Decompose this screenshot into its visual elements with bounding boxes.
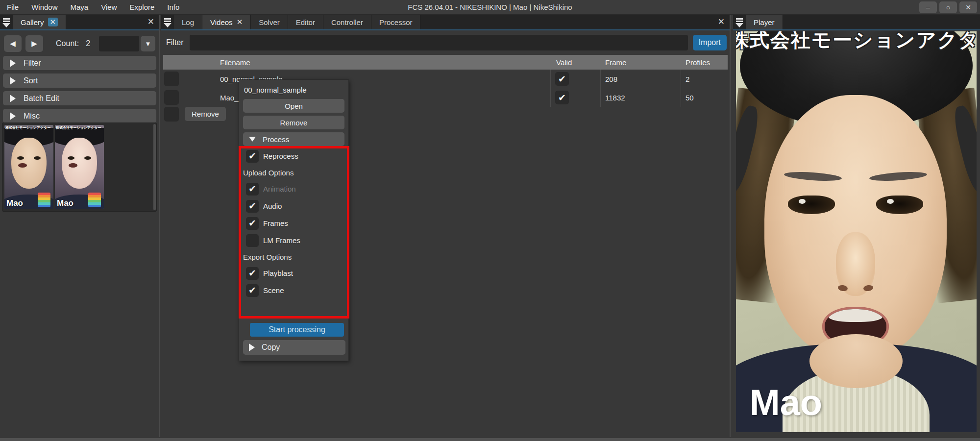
section-batch-edit[interactable]: Batch Edit	[3, 91, 156, 105]
remove-button[interactable]: Remove	[243, 116, 344, 129]
dock-menu-icon[interactable]	[161, 15, 174, 29]
reprocess-option[interactable]: ✔ Reprocess	[243, 149, 344, 163]
section-filter[interactable]: Filter	[3, 56, 156, 70]
checkbox-checked-icon[interactable]: ✔	[246, 150, 259, 163]
tab-gallery[interactable]: Gallery ✕	[13, 15, 66, 29]
videos-tabbar: Log Videos ✕ Solver Editor Controller Pr…	[161, 15, 730, 30]
menu-file[interactable]: File	[7, 3, 19, 11]
checkbox-checked-icon[interactable]: ✔	[246, 200, 259, 213]
scene-option[interactable]: ✔ Scene	[243, 284, 344, 297]
process-section-header[interactable]: Process	[243, 132, 344, 146]
menu-explore[interactable]: Explore	[129, 3, 154, 11]
tab-controller-label: Controller	[331, 18, 363, 26]
checkbox-checked-icon[interactable]: ✔	[246, 284, 259, 297]
mouth-graphic	[69, 163, 77, 168]
eye-graphic	[17, 156, 24, 160]
thumbnail-area: 株式会社モーションアクター Mao 株式会社モーションアクター Mao	[2, 122, 157, 212]
minimize-button[interactable]: –	[919, 1, 937, 13]
face-graphic	[11, 138, 47, 189]
face-graphic	[62, 138, 97, 189]
tab-videos[interactable]: Videos ✕	[202, 15, 251, 29]
videos-panel-close-icon[interactable]: ✕	[718, 17, 725, 27]
row-checkbox[interactable]	[164, 72, 179, 86]
video-viewport[interactable]: 株式会社モーションアクター Mao	[736, 31, 977, 432]
tab-player[interactable]: Player	[746, 15, 783, 29]
next-button[interactable]: ▶	[25, 35, 43, 52]
tab-processor[interactable]: Processor	[371, 15, 421, 29]
open-button[interactable]: Open	[243, 99, 344, 113]
audio-option[interactable]: ✔ Audio	[243, 199, 344, 213]
titlebar: File Window Maya View Explore Info FCS 2…	[0, 0, 980, 15]
player-tabbar: Player	[733, 15, 980, 30]
tab-log-label: Log	[182, 18, 194, 26]
scene-label: Scene	[263, 286, 284, 294]
count-value: 2	[86, 39, 90, 48]
playblast-option[interactable]: ✔ Playblast	[243, 267, 344, 280]
eye-graphic	[84, 156, 91, 160]
tab-log[interactable]: Log	[174, 15, 202, 29]
valid-checkbox[interactable]: ✔	[555, 72, 569, 86]
thumbnail-watermark: 株式会社モーションアクター	[56, 125, 101, 130]
filter-input[interactable]	[190, 35, 688, 50]
eyebrow-graphic	[784, 171, 842, 182]
dock-menu-icon[interactable]	[0, 15, 13, 29]
menu-view[interactable]: View	[101, 3, 117, 11]
eye-graphic	[68, 156, 74, 160]
teeth-graphic	[829, 309, 882, 322]
maximize-button[interactable]: ○	[939, 1, 957, 13]
prev-button[interactable]: ◀	[4, 35, 22, 52]
cell-frame: 11832	[605, 94, 625, 102]
import-button[interactable]: Import	[693, 35, 727, 50]
tab-controller[interactable]: Controller	[323, 15, 371, 29]
face-graphic	[764, 95, 947, 360]
frames-option[interactable]: ✔ Frames	[243, 217, 344, 230]
section-sort[interactable]: Sort	[3, 74, 156, 88]
tab-videos-close-icon[interactable]: ✕	[237, 18, 243, 26]
remove-selected-button[interactable]: Remove	[185, 107, 226, 121]
tab-gallery-close-icon[interactable]: ✕	[48, 18, 58, 26]
menu-window[interactable]: Window	[31, 3, 57, 11]
header-profiles[interactable]: Profiles	[686, 58, 710, 67]
gallery-select-dropdown-icon[interactable]: ▼	[141, 36, 155, 51]
tab-gallery-label: Gallery	[21, 18, 44, 26]
bottom-strip	[0, 438, 980, 441]
dock-menu-icon[interactable]	[733, 15, 746, 29]
menu-info[interactable]: Info	[167, 3, 179, 11]
window-controls: – ○ ✕	[919, 1, 977, 13]
section-misc[interactable]: Misc	[3, 109, 156, 123]
thumbnail-mao-2[interactable]: 株式会社モーションアクター Mao	[55, 125, 104, 209]
menu-maya[interactable]: Maya	[71, 3, 89, 11]
gallery-panel: Gallery ✕ ✕ ◀ ▶ Count: 2 ▼ Filter Sort B…	[0, 15, 160, 437]
lm-frames-option[interactable]: LM Frames	[243, 234, 344, 247]
checkbox-unchecked-icon[interactable]	[246, 234, 259, 247]
triangle-right-icon	[249, 343, 255, 351]
triangle-down-icon	[249, 137, 256, 142]
thumbnail-mao-1[interactable]: 株式会社モーションアクター Mao	[4, 125, 53, 209]
upload-options-label: Upload Options	[243, 167, 344, 178]
start-processing-button[interactable]: Start processing	[250, 323, 344, 337]
row-checkbox[interactable]	[164, 107, 179, 122]
header-frame[interactable]: Frame	[605, 58, 626, 67]
player-panel: Player 株式会社モーションアクター Mao	[733, 15, 980, 437]
valid-checkbox[interactable]: ✔	[555, 91, 569, 104]
header-valid[interactable]: Valid	[556, 58, 572, 67]
count-label: Count:	[56, 39, 79, 48]
thumbnail-scrollbar[interactable]	[153, 124, 156, 210]
row-checkbox[interactable]	[164, 90, 179, 105]
copy-section-label: Copy	[262, 343, 280, 352]
checkbox-checked-icon[interactable]: ✔	[246, 183, 259, 196]
gallery-panel-close-icon[interactable]: ✕	[147, 17, 154, 27]
thumbnail-name: Mao	[6, 198, 23, 208]
tab-solver[interactable]: Solver	[251, 15, 288, 29]
animation-option[interactable]: ✔ Animation	[243, 182, 344, 196]
close-button[interactable]: ✕	[959, 1, 977, 13]
gallery-select[interactable]	[99, 36, 139, 51]
gallery-nav-row: ◀ ▶ Count: 2 ▼	[4, 34, 155, 53]
checkbox-checked-icon[interactable]: ✔	[246, 217, 259, 230]
checkbox-checked-icon[interactable]: ✔	[246, 267, 259, 280]
audio-label: Audio	[263, 202, 282, 210]
eye-graphic	[34, 156, 41, 160]
copy-section-header[interactable]: Copy	[243, 340, 345, 355]
tab-editor[interactable]: Editor	[288, 15, 323, 29]
header-filename[interactable]: Filename	[220, 58, 250, 67]
